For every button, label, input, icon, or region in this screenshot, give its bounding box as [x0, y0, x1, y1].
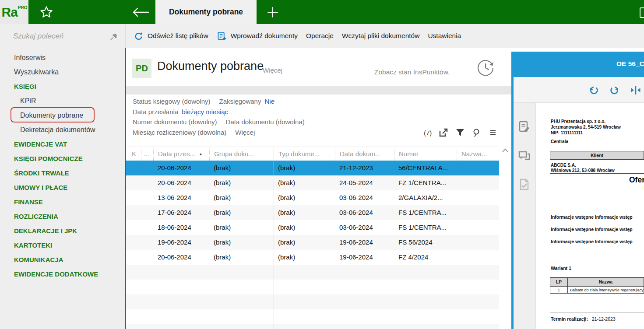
doc-offer-title: Ofer	[629, 175, 644, 185]
filter-status-ksiegowy[interactable]: Status księgowy (dowolny)	[133, 96, 211, 107]
doc-item-lp: 1	[550, 287, 568, 294]
rotate-right-icon[interactable]	[609, 85, 619, 95]
doc-info-line: Informacje wstępne Informacje wstęp	[551, 239, 633, 244]
doc-items-table: LP Nazwa 1 Balsam do ciała intensywnie r…	[550, 277, 644, 294]
load-document-files-button[interactable]: Wczytaj pliki dokumentów	[342, 32, 419, 40]
edit-document-icon[interactable]	[518, 120, 531, 133]
sidebar-item-ksiegi-pomocnicze[interactable]: KSIĘGI POMOCNICZE	[0, 151, 126, 166]
section-separator	[126, 86, 511, 94]
notification-icon[interactable]	[640, 7, 644, 18]
sidebar-item-ewidencje-vat[interactable]: EWIDENCJE VAT	[0, 137, 126, 151]
operations-menu[interactable]: Operacje	[306, 32, 334, 40]
column-grupa[interactable]: Grupa doku...	[209, 147, 274, 161]
document-add-icon	[217, 31, 227, 41]
doc-divider	[550, 173, 644, 174]
sidebar-item-ksiegi[interactable]: KSIĘGI	[0, 79, 126, 94]
table-row[interactable]: 17-06-2024 (brak) (brak) 03-06-2024 FS 1…	[126, 205, 499, 220]
empty-row	[126, 324, 499, 329]
command-search-input[interactable]: Szukaj poleceń	[13, 32, 110, 41]
favorites-star-icon[interactable]	[39, 5, 53, 19]
tab-dokumenty-pobrane[interactable]: Dokumenty pobrane	[155, 0, 257, 24]
table-row[interactable]: 20-06-2024 (brak) (brak) 24-05-2024 FZ 1…	[126, 175, 499, 190]
sidebar-item-umowy-i-place[interactable]: UMOWY I PŁACE	[0, 180, 126, 195]
preview-icon-strip	[514, 103, 535, 329]
sidebar-item-dokumenty-pobrane[interactable]: Dokumenty pobrane	[0, 108, 126, 122]
tab-label: Dokumenty pobrane	[169, 7, 243, 17]
app-logo[interactable]: RaPRO	[0, 0, 28, 24]
sidebar-item-kartoteki[interactable]: KARTOTEKI	[0, 238, 126, 252]
sidebar-item-deklaracje-i-jpk[interactable]: DEKLARACJE I JPK	[0, 224, 126, 238]
empty-row	[126, 309, 499, 324]
row-count: (7)	[424, 129, 432, 136]
column-data-dokumentu[interactable]: Data dokum...	[335, 147, 394, 161]
search-list-icon[interactable]	[472, 128, 482, 137]
preview-title: OE 56_C	[616, 60, 644, 68]
refresh-icon	[134, 31, 144, 41]
column-nazwa[interactable]: Nazwa...	[457, 147, 499, 161]
command-search[interactable]: Szukaj poleceń	[0, 24, 126, 48]
logo-pro-label: PRO	[18, 5, 28, 10]
title-more-link[interactable]: Więcej	[263, 66, 282, 74]
sidebar-item-wyszukiwarka[interactable]: Wyszukiwarka	[0, 65, 126, 79]
fit-width-icon[interactable]	[630, 85, 641, 95]
filter-data-przeslania-label[interactable]: Data przesłania	[133, 107, 178, 117]
inspoints-link[interactable]: Zobacz stan InsPunktów.	[374, 68, 450, 76]
frozen-column-divider	[274, 147, 274, 329]
filter-miesiac-rozliczeniowy[interactable]: Miesiąc rozliczeniowy (dowolna)	[133, 127, 226, 138]
filter-more-link[interactable]: Więcej	[235, 127, 255, 138]
table-row[interactable]: 13-06-2024 (brak) (brak) 03-06-2024 2/GA…	[126, 190, 499, 205]
export-icon[interactable]	[439, 128, 448, 137]
list-menu-icon[interactable]	[489, 128, 498, 137]
sidebar-item-ewidencje-dodatkowe[interactable]: EWIDENCJE DODATKOWE	[0, 267, 126, 281]
filter-data-przeslania-value[interactable]: bieżący miesiąc	[182, 107, 228, 117]
sidebar-menu: Infoserwis Wyszukiwarka KSIĘGI KPiR Doku…	[0, 50, 126, 281]
table-row[interactable]: 18-06-2024 (brak) (brak) 03-06-2024 FS 1…	[126, 220, 499, 235]
sidebar-item-komunikacja[interactable]: KOMUNIKACJA	[0, 252, 126, 267]
empty-row	[126, 265, 499, 280]
sidebar-item-dekretacja-dokumentow[interactable]: Dekretacja dokumentów	[0, 122, 126, 137]
table-row[interactable]: 20-06-2024 (brak) (brak) 19-06-2024 FZ 4…	[126, 250, 499, 265]
doc-divider	[550, 312, 644, 312]
sidebar-item-kpir[interactable]: KPiR	[0, 94, 126, 108]
comments-icon[interactable]	[518, 150, 531, 163]
column-data-przeslania[interactable]: Data przes...▲	[153, 147, 209, 161]
scroll-up-icon[interactable]	[502, 147, 509, 154]
doc-deadline: Termin realizacji:21-12-2023	[551, 316, 616, 322]
sidebar-item-infoserwis[interactable]: Infoserwis	[0, 50, 126, 65]
sidebar-item-srodki-trwale[interactable]: ŚRODKI TRWAŁE	[0, 166, 126, 180]
filter-funnel-icon[interactable]	[455, 128, 465, 137]
filter-numer-dokumentu[interactable]: Numer dokumentu (dowolny)	[133, 117, 217, 127]
doc-item-name: Balsam do ciała intensywnie regenerujący	[568, 287, 644, 294]
history-clock-icon[interactable]	[475, 58, 496, 78]
preview-header: OE 56_C	[511, 52, 644, 77]
filter-panel: Status księgowy (dowolny) Zaksięgowany N…	[133, 96, 305, 137]
pin-icon[interactable]	[110, 32, 119, 41]
filter-zaksiegowany-value[interactable]: Nie	[264, 96, 274, 107]
empty-row	[126, 294, 499, 309]
table-row[interactable]: 20-06-2024 (brak) (brak) 21-12-2023 56/C…	[126, 161, 499, 175]
doc-seller-block: PHU Prezentacja sp. z o.o. Jerzmanowska …	[551, 119, 621, 136]
sidebar-item-finanse[interactable]: FINANSE	[0, 195, 126, 209]
back-arrow-icon[interactable]	[131, 6, 150, 18]
column-attachments[interactable]: ...	[141, 147, 153, 161]
document-page[interactable]: PHU Prezentacja sp. z o.o. Jerzmanowska …	[536, 103, 644, 329]
refresh-file-list-button[interactable]: Odśwież listę plików	[134, 31, 208, 41]
column-numer[interactable]: Numer	[394, 147, 457, 161]
column-k[interactable]: K	[126, 147, 141, 161]
add-documents-button[interactable]: Wprowadź dokumenty	[217, 31, 298, 41]
doc-col-lp: LP	[550, 278, 568, 287]
document-check-icon[interactable]	[518, 178, 531, 191]
refresh-label: Odśwież listę plików	[148, 32, 208, 40]
sidebar-item-rozliczenia[interactable]: ROZLICZENIA	[0, 209, 126, 224]
table-row[interactable]: 19-06-2024 (brak) (brak) 19-06-2024 FS 5…	[126, 235, 499, 250]
title-bar: RaPRO Dokumenty pobrane	[0, 0, 644, 24]
settings-menu[interactable]: Ustawienia	[428, 32, 461, 40]
rotate-left-icon[interactable]	[589, 85, 599, 95]
add-documents-label: Wprowadź dokumenty	[231, 32, 298, 40]
document-preview-panel: OE 56_C	[511, 48, 644, 329]
filter-data-dokumentu[interactable]: Data dokumentu (dowolna)	[226, 117, 305, 127]
filter-zaksiegowany-label[interactable]: Zaksięgowany	[219, 96, 261, 107]
new-tab-button[interactable]	[266, 6, 279, 19]
empty-row	[126, 280, 499, 294]
column-typ[interactable]: Typ dokume...	[274, 147, 335, 161]
